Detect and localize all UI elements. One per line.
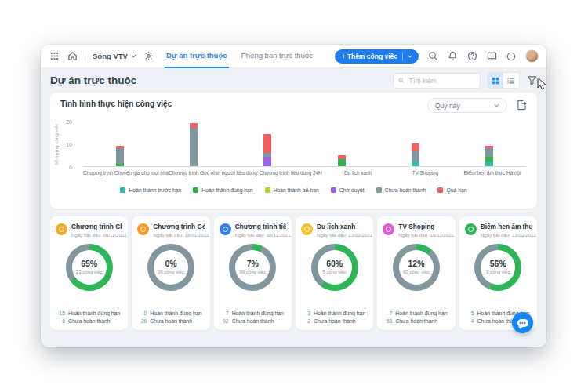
project-card-header: Chương trình tiêu ...Ngày bắt đầu: 08/11… [220,223,286,238]
bar-stack[interactable] [338,155,346,166]
legend-item[interactable]: Hoàn thành đúng hạn [193,187,252,193]
grid-view-icon [492,77,499,85]
bar-segment [190,128,198,166]
donut-chart: 12%60 công việc [393,244,440,291]
stat-label: Chưa hoàn thành [150,318,192,324]
chat-button[interactable]: ••• [512,312,533,333]
project-start-date: Ngày bắt đầu: 23/02/2022 [317,232,368,238]
search-icon [398,77,405,84]
legend-swatch [376,187,382,193]
add-task-divider [402,53,403,60]
list-view-button[interactable] [503,73,519,88]
user-avatar[interactable] [525,49,539,63]
legend-item[interactable]: Hoàn thành trễ hạn [265,187,319,193]
book-icon[interactable] [486,51,497,62]
donut-chart: 7%99 công việc [229,244,276,291]
donut-percent: 65% [81,259,97,268]
export-button[interactable] [517,100,527,114]
home-icon[interactable] [67,51,78,62]
legend-item[interactable]: Quá hạn [437,187,466,193]
bar-segment [116,148,124,164]
stat-value: 7 [383,310,392,316]
donut-chart: 0%26 công việc [147,244,194,291]
legend-label: Hoàn thành đúng hạn [201,187,252,193]
tab-du-an-truc-thuoc[interactable]: Dự án trực thuộc [165,45,229,68]
circle-icon[interactable] [506,51,517,62]
project-card[interactable]: Chương trình Chuy...Ngày bắt đầu: 08/11/… [50,216,128,330]
stat-label: Chưa hoàn thành [68,318,111,324]
page-title: Dự án trực thuộc [50,74,136,86]
workspace-selector[interactable]: Sóng VTV [93,52,136,60]
page-header: Dự án trực thuộc [41,68,546,93]
bar-stack[interactable] [116,146,124,166]
period-selected-value: Quý này [435,102,460,110]
bar-segment [485,148,493,158]
bar-plot [83,114,526,167]
stat-value: 26 [137,318,147,324]
project-card[interactable]: Chương trình Góc ...Ngày bắt đầu: 18/01/… [132,216,209,330]
project-icon [465,223,477,235]
chevron-down-icon [408,55,412,58]
project-icon [56,223,67,235]
bar-segment [263,134,271,152]
bar-stack[interactable] [485,146,493,166]
project-start-date: Ngày bắt đầu: 23/02/2022 [481,232,532,238]
search-icon[interactable] [427,51,438,62]
project-title: TV Shoping [398,223,449,230]
legend-item[interactable]: Chưa hoàn thành [376,187,426,193]
legend-swatch [437,187,443,193]
project-start-date: Ngày bắt đầu: 18/01/2022 [153,232,204,238]
stat-row: 2Chưa hoàn thành [301,318,368,324]
gear-icon[interactable] [143,51,154,62]
stat-label: Chưa hoàn thành [395,318,437,324]
project-card[interactable]: TV ShopingNgày bắt đầu: 16/11/202112%60 … [377,216,455,330]
project-card-header: Chương trình Chuy...Ngày bắt đầu: 08/11/… [56,223,122,238]
legend-item[interactable]: Hoàn thành trước hạn [120,187,181,193]
topbar-divider [85,51,85,61]
search-box[interactable] [393,73,481,89]
project-card-header: Du lịch xanhNgày bắt đầu: 23/02/2022 [301,223,368,238]
project-card[interactable]: Du lịch xanhNgày bắt đầu: 23/02/202260%5… [296,216,373,330]
search-input[interactable] [408,76,475,85]
grid-view-button[interactable] [488,73,503,88]
tab-phong-ban-truc-thuoc[interactable]: Phòng ban trực thuộc [240,45,314,68]
stat-row: 53Chưa hoàn thành [383,318,449,324]
add-task-label: + Thêm công việc [341,53,397,60]
bar-segment [412,151,419,162]
donut-percent: 12% [408,259,424,268]
period-select[interactable]: Quý này [427,98,507,113]
help-icon[interactable] [466,51,477,62]
project-title: Điểm hẹn ẩm thực ... [481,223,532,230]
project-stats: 7Hoàn thành đúng hạn53Chưa hoàn thành [383,310,449,324]
stat-value: 53 [383,318,392,324]
x-axis-tick-label: Chương trình Chuyên gia cho mọi nhà [83,170,169,176]
y-axis-tick-label: 10 [66,142,72,147]
filter-button[interactable] [527,75,537,85]
x-axis-tick-label: Điểm hẹn ẩm thực Hà nội [459,170,526,176]
stat-label: Hoàn thành đúng hạn [232,310,284,316]
project-icon [220,223,231,235]
donut-total-label: 99 công việc [239,269,266,275]
stat-value: 2 [301,318,310,324]
bar-stack[interactable] [190,123,198,166]
stat-row: 7Hoàn thành đúng hạn [220,310,286,316]
bar-stack[interactable] [263,134,271,166]
project-card[interactable]: Chương trình tiêu ...Ngày bắt đầu: 08/11… [214,216,292,330]
donut-percent: 7% [247,259,259,268]
project-start-date: Ngày bắt đầu: 16/11/2021 [398,232,449,238]
bell-icon[interactable] [447,51,458,62]
legend-label: Chưa hoàn thành [385,187,426,193]
legend-label: Chờ duyệt [339,187,365,193]
stat-label: Hoàn thành đúng hạn [314,310,365,316]
apps-grid-icon[interactable] [49,51,60,62]
y-axis-label: Số lượng công việc [52,121,60,168]
donut-total-label: 23 công việc [76,269,103,275]
legend-item[interactable]: Chờ duyệt [331,187,365,193]
chart-title: Tình hình thực hiện công việc [60,100,172,108]
bar-stack[interactable] [412,143,419,166]
add-task-button[interactable]: + Thêm công việc [335,49,419,64]
bar-segment [116,164,124,166]
project-card-header: TV ShopingNgày bắt đầu: 16/11/2021 [383,223,449,238]
donut-chart: 56%9 công việc [474,244,521,291]
x-axis-tick-label: TV Shoping [391,170,459,176]
